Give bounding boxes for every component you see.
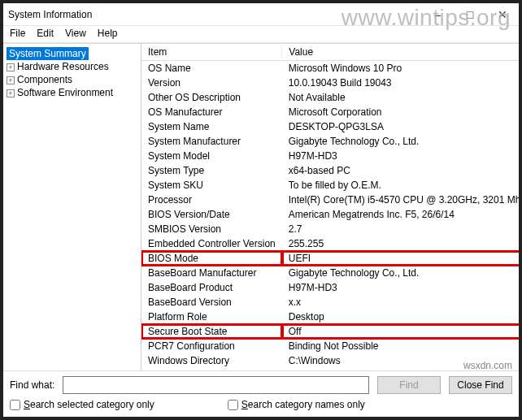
tree-system-summary[interactable]: System Summary [7, 47, 89, 60]
menu-file[interactable]: File [10, 28, 25, 39]
cell-item: Processor [141, 193, 282, 207]
cell-item: BaseBoard Version [141, 295, 282, 310]
expand-icon[interactable]: + [7, 63, 15, 71]
cell-item: OS Manufacturer [141, 105, 282, 119]
column-value[interactable]: Value [282, 44, 519, 61]
cell-value: H97M-HD3 [282, 149, 519, 163]
cell-value: Not Available [282, 90, 519, 105]
menu-help[interactable]: Help [98, 28, 118, 39]
table-row[interactable]: System NameDESKTOP-QPG3LSA [141, 119, 519, 134]
table-row[interactable]: Version10.0.19043 Build 19043 [141, 76, 519, 90]
cell-item: Version [141, 76, 282, 90]
cell-item: System Model [141, 149, 282, 163]
column-item[interactable]: Item [141, 44, 282, 61]
cell-value: Binding Not Possible [282, 339, 519, 353]
tree-software-environment[interactable]: +Software Environment [7, 86, 137, 99]
cell-value: UEFI [282, 251, 519, 266]
expand-icon[interactable]: + [7, 76, 15, 84]
cell-item: BaseBoard Manufacturer [141, 266, 282, 280]
table-row[interactable]: Other OS DescriptionNot Available [141, 90, 519, 105]
cell-item: SMBIOS Version [141, 222, 282, 236]
table-row[interactable]: Platform RoleDesktop [141, 310, 519, 324]
cell-item: System Directory [141, 368, 282, 370]
cell-value: 255.255 [282, 236, 519, 251]
close-find-button[interactable]: Close Find [449, 376, 512, 394]
cell-item: System Type [141, 163, 282, 178]
expand-icon[interactable]: + [7, 89, 15, 97]
table-row[interactable]: BaseBoard ManufacturerGigabyte Technolog… [141, 266, 519, 280]
search-selected-checkbox[interactable]: Search selected category only [10, 399, 154, 410]
cell-value: 2.7 [282, 222, 519, 236]
titlebar: System Information – □ ✕ [3, 3, 519, 26]
table-row[interactable]: System ManufacturerGigabyte Technology C… [141, 134, 519, 149]
table-row[interactable]: BaseBoard Versionx.x [141, 295, 519, 310]
cell-value: Microsoft Windows 10 Pro [282, 61, 519, 76]
category-tree[interactable]: System Summary +Hardware Resources +Comp… [3, 44, 141, 370]
cell-item: System SKU [141, 178, 282, 193]
cell-item: Embedded Controller Version [141, 236, 282, 251]
cell-value: Microsoft Corporation [282, 105, 519, 119]
table-row[interactable]: BaseBoard ProductH97M-HD3 [141, 280, 519, 295]
find-button[interactable]: Find [377, 376, 441, 394]
cell-item: Windows Directory [141, 353, 282, 368]
find-input[interactable] [63, 376, 369, 394]
details-grid[interactable]: Item Value OS NameMicrosoft Windows 10 P… [141, 44, 519, 370]
table-row[interactable]: System SKUTo be filled by O.E.M. [141, 178, 519, 193]
cell-value: Intel(R) Core(TM) i5-4570 CPU @ 3.20GHz,… [282, 193, 519, 207]
table-row[interactable]: System Typex64-based PC [141, 163, 519, 178]
cell-value: x64-based PC [282, 163, 519, 178]
cell-item: Platform Role [141, 310, 282, 324]
cell-value: C:\Windows [282, 353, 519, 368]
close-button[interactable]: ✕ [486, 3, 519, 26]
cell-value: 10.0.19043 Build 19043 [282, 76, 519, 90]
table-row[interactable]: PCR7 ConfigurationBinding Not Possible [141, 339, 519, 353]
cell-value: DESKTOP-QPG3LSA [282, 119, 519, 134]
cell-item: OS Name [141, 61, 282, 76]
tree-hardware-resources[interactable]: +Hardware Resources [7, 60, 137, 73]
table-row[interactable]: ProcessorIntel(R) Core(TM) i5-4570 CPU @… [141, 193, 519, 207]
cell-value: H97M-HD3 [282, 280, 519, 295]
cell-item: PCR7 Configuration [141, 339, 282, 353]
table-row[interactable]: OS ManufacturerMicrosoft Corporation [141, 105, 519, 119]
search-category-names-checkbox[interactable]: Search category names only [228, 399, 365, 410]
cell-value: To be filled by O.E.M. [282, 178, 519, 193]
tree-components[interactable]: +Components [7, 73, 137, 86]
cell-item: Secure Boot State [141, 324, 282, 339]
cell-value: Gigabyte Technology Co., Ltd. [282, 134, 519, 149]
maximize-button[interactable]: □ [454, 3, 486, 26]
cell-item: BIOS Mode [141, 251, 282, 266]
cell-value: American Megatrends Inc. F5, 26/6/14 [282, 207, 519, 222]
menu-view[interactable]: View [65, 28, 86, 39]
menubar: File Edit View Help [3, 26, 519, 43]
table-row[interactable]: System ModelH97M-HD3 [141, 149, 519, 163]
cell-item: System Manufacturer [141, 134, 282, 149]
table-row[interactable]: OS NameMicrosoft Windows 10 Pro [141, 61, 519, 76]
cell-value: x.x [282, 295, 519, 310]
table-row[interactable]: BIOS ModeUEFI [141, 251, 519, 266]
cell-value: C:\Windows\system32 [282, 368, 519, 370]
cell-item: BaseBoard Product [141, 280, 282, 295]
table-row[interactable]: Windows DirectoryC:\Windows [141, 353, 519, 368]
table-row[interactable]: Secure Boot StateOff [141, 324, 519, 339]
table-row[interactable]: SMBIOS Version2.7 [141, 222, 519, 236]
cell-value: Desktop [282, 310, 519, 324]
window-title: System Information [8, 9, 92, 20]
cell-value: Off [282, 324, 519, 339]
find-label: Find what: [10, 379, 54, 391]
cell-value: Gigabyte Technology Co., Ltd. [282, 266, 519, 280]
cell-item: BIOS Version/Date [141, 207, 282, 222]
find-panel: Find what: Find Close Find Search select… [3, 370, 519, 417]
menu-edit[interactable]: Edit [37, 28, 54, 39]
table-row[interactable]: BIOS Version/DateAmerican Megatrends Inc… [141, 207, 519, 222]
cell-item: System Name [141, 119, 282, 134]
minimize-button[interactable]: – [421, 3, 454, 26]
table-row[interactable]: System DirectoryC:\Windows\system32 [141, 368, 519, 370]
cell-item: Other OS Description [141, 90, 282, 105]
table-row[interactable]: Embedded Controller Version255.255 [141, 236, 519, 251]
